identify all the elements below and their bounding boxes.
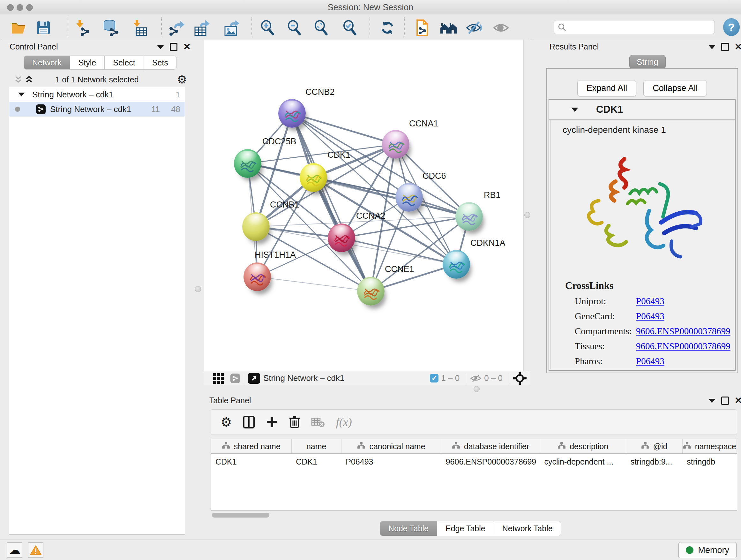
network-node-CDC6[interactable] — [395, 183, 423, 212]
search-input[interactable] — [566, 22, 704, 32]
export-network-button[interactable] — [168, 19, 186, 37]
panel-close-icon[interactable]: ✕ — [183, 44, 191, 50]
import-network-from-database-button[interactable] — [102, 19, 120, 37]
show-columns-icon[interactable] — [243, 415, 255, 429]
panel-float-icon[interactable] — [721, 396, 729, 405]
network-row[interactable]: String Network – cdk1 11 48 — [9, 102, 185, 117]
table-options-gear-icon[interactable]: ⚙ — [220, 416, 232, 428]
tab-network-table[interactable]: Network Table — [494, 521, 561, 536]
first-neighbors-button[interactable] — [440, 19, 458, 37]
warnings-button[interactable] — [28, 543, 44, 558]
network-node-HIST1H1A[interactable] — [244, 262, 271, 291]
expand-all-button[interactable]: Expand All — [577, 80, 636, 97]
panel-close-icon[interactable]: ✕ — [735, 44, 741, 50]
tab-edge-table[interactable]: Edge Table — [437, 521, 494, 536]
network-node-CDKN1A[interactable] — [443, 250, 470, 279]
table-cell[interactable]: CDK1 — [211, 454, 291, 469]
network-edge[interactable] — [257, 277, 371, 291]
section-expand-icon[interactable] — [571, 108, 578, 112]
table-cell[interactable]: CDK1 — [291, 454, 341, 469]
zoom-in-button[interactable] — [259, 19, 276, 37]
network-node-CDK1[interactable] — [300, 163, 327, 192]
network-view-type-icon[interactable] — [230, 374, 240, 383]
network-node-CCNB1[interactable] — [242, 212, 270, 241]
column-header[interactable]: @id — [626, 439, 682, 454]
tab-sets[interactable]: Sets — [144, 56, 177, 70]
column-header[interactable]: namespace — [682, 439, 737, 454]
panel-menu-icon[interactable] — [157, 45, 164, 49]
import-table-button[interactable] — [131, 19, 149, 37]
column-header[interactable]: name — [291, 439, 341, 454]
table-horizontal-scrollbar[interactable] — [212, 513, 269, 517]
network-node-CCNA1[interactable] — [382, 130, 409, 159]
tab-network[interactable]: Network — [23, 56, 70, 70]
crosslink-value-link[interactable]: 9606.ENSP00000378699 — [636, 326, 731, 336]
panel-menu-icon[interactable] — [709, 399, 716, 403]
network-edge[interactable] — [341, 238, 456, 264]
function-builder-icon[interactable]: f(x) — [336, 415, 352, 429]
splitter-handle[interactable] — [474, 386, 480, 392]
delete-table-icon[interactable] — [311, 416, 325, 428]
network-edge[interactable] — [313, 178, 469, 216]
open-session-button[interactable] — [10, 19, 28, 37]
show-all-button[interactable] — [492, 19, 510, 37]
network-node-RB1[interactable] — [455, 202, 483, 231]
save-session-button[interactable] — [35, 19, 52, 37]
protein-section-header[interactable]: CDK1 — [549, 100, 735, 120]
table-cell[interactable]: stringdb — [682, 454, 737, 469]
selected-checkbox-icon[interactable]: ✓ — [430, 374, 439, 382]
network-node-CDC25B[interactable] — [234, 149, 261, 178]
crosslink-value-link[interactable]: P06493 — [636, 296, 664, 307]
network-canvas[interactable]: CCNB2CCNA1CDC25BCDK1CDC6RB1CCNB1CCNA2CDK… — [204, 40, 523, 371]
crosslink-value-link[interactable]: P06493 — [636, 311, 664, 321]
zoom-out-button[interactable] — [285, 19, 303, 37]
cloud-button[interactable]: ☁ — [7, 543, 22, 558]
grid-view-icon[interactable] — [212, 373, 225, 384]
collapse-all-button[interactable]: Collapse All — [643, 80, 707, 97]
network-node-CCNA2[interactable] — [328, 224, 355, 252]
table-cell[interactable]: stringdb:9... — [626, 454, 682, 469]
panel-float-icon[interactable] — [170, 43, 178, 51]
help-button[interactable]: ? — [723, 18, 740, 36]
network-options-gear-icon[interactable]: ⚙ — [177, 74, 187, 85]
left-panel-splitter[interactable] — [192, 40, 204, 540]
hide-selected-button[interactable] — [465, 19, 483, 37]
export-table-button[interactable] — [193, 19, 211, 37]
table-cell[interactable]: cyclin-dependent ... — [540, 454, 626, 469]
tab-node-table[interactable]: Node Table — [380, 521, 437, 536]
tab-style[interactable]: Style — [70, 56, 105, 70]
collection-expand-icon[interactable] — [18, 92, 24, 97]
export-image-button[interactable] — [223, 19, 241, 37]
network-edge[interactable] — [292, 113, 371, 291]
table-cell[interactable]: 9606.ENSP00000378699 — [441, 454, 540, 469]
delete-column-icon[interactable] — [289, 415, 300, 429]
tab-select[interactable]: Select — [105, 56, 144, 70]
search-field[interactable] — [554, 20, 715, 34]
zoom-fit-button[interactable] — [312, 19, 330, 37]
column-header[interactable]: canonical name — [341, 439, 441, 454]
table-row[interactable]: CDK1CDK1P064939606.ENSP00000378699cyclin… — [211, 454, 737, 469]
panel-menu-icon[interactable] — [709, 45, 716, 49]
table-cell[interactable]: P06493 — [341, 454, 441, 469]
network-node-CCNB2[interactable] — [278, 99, 306, 128]
panel-close-icon[interactable]: ✕ — [735, 397, 741, 404]
memory-button[interactable]: Memory — [678, 542, 737, 558]
tab-string[interactable]: String — [629, 55, 666, 69]
crosslink-value-link[interactable]: 9606.ENSP00000378699 — [636, 341, 731, 352]
network-collection-row[interactable]: String Network – cdk1 1 — [9, 87, 185, 102]
create-column-icon[interactable] — [266, 416, 278, 428]
network-node-CCNE1[interactable] — [357, 277, 385, 306]
network-edge[interactable] — [292, 113, 396, 144]
apply-layout-button[interactable] — [379, 19, 396, 37]
table-panel-splitter[interactable] — [204, 385, 741, 393]
splitter-handle[interactable] — [524, 212, 530, 218]
splitter-handle[interactable] — [195, 286, 201, 292]
zoom-selected-button[interactable] — [341, 19, 359, 37]
column-header[interactable]: description — [540, 439, 626, 454]
panel-float-icon[interactable] — [721, 43, 729, 51]
column-header[interactable]: database identifier — [441, 439, 540, 454]
detach-view-icon[interactable] — [248, 373, 260, 384]
import-network-from-file-button[interactable] — [73, 19, 91, 37]
new-network-from-selection-button[interactable] — [413, 19, 431, 37]
crosslink-value-link[interactable]: P06493 — [636, 356, 664, 367]
